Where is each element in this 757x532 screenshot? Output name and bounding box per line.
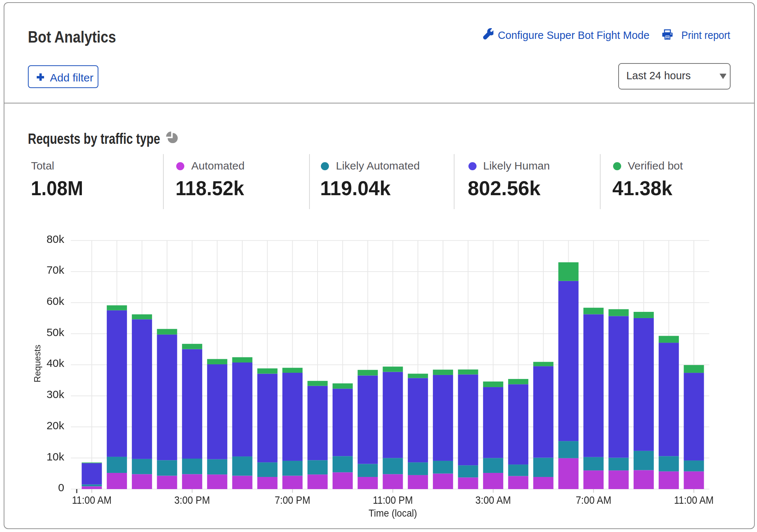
- svg-text:10k: 10k: [47, 451, 65, 463]
- svg-text:50k: 50k: [47, 326, 65, 338]
- svg-text:30k: 30k: [47, 388, 65, 400]
- svg-text:70k: 70k: [47, 264, 65, 276]
- svg-text:3:00 PM: 3:00 PM: [174, 494, 210, 506]
- svg-text:Requests: Requests: [32, 345, 42, 382]
- svg-text:11:00 PM: 11:00 PM: [373, 494, 413, 506]
- svg-text:20k: 20k: [47, 419, 65, 431]
- svg-text:3:00 AM: 3:00 AM: [475, 494, 511, 506]
- svg-text:0: 0: [58, 481, 64, 493]
- svg-text:7:00 PM: 7:00 PM: [275, 494, 310, 506]
- svg-text:7:00 AM: 7:00 AM: [576, 494, 611, 506]
- svg-text:11:00 AM: 11:00 AM: [72, 494, 112, 506]
- svg-text:80k: 80k: [47, 233, 65, 245]
- svg-text:60k: 60k: [47, 295, 65, 307]
- svg-text:11:00 AM: 11:00 AM: [674, 494, 714, 506]
- svg-text:Time (local): Time (local): [369, 508, 417, 519]
- svg-text:40k: 40k: [47, 357, 65, 369]
